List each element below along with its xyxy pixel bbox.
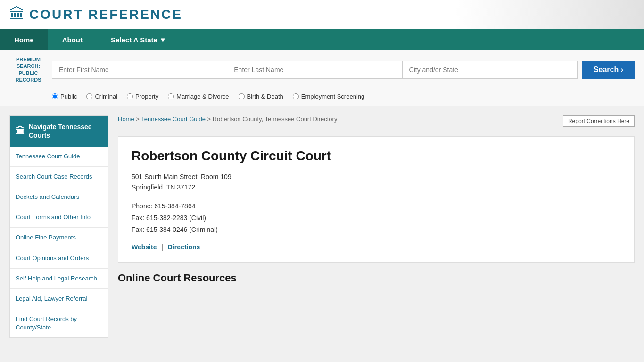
court-contact: Phone: 615-384-7864 Fax: 615-382-2283 (C… [132, 200, 621, 236]
radio-criminal[interactable]: Criminal [86, 93, 117, 100]
radio-property[interactable]: Property [127, 93, 158, 100]
sidebar-item-dockets[interactable]: Dockets and Calendars [10, 187, 108, 207]
nav-about[interactable]: About [48, 29, 97, 50]
court-directions-link[interactable]: Directions [168, 243, 200, 251]
sidebar-item-opinions[interactable]: Court Opinions and Orders [10, 248, 108, 269]
sidebar-item-online-fine[interactable]: Online Fine Payments [10, 228, 108, 248]
sidebar: 🏛 Navigate Tennessee Courts Tennessee Co… [9, 115, 108, 338]
search-button[interactable]: Search › [582, 61, 635, 79]
city-state-input[interactable] [402, 61, 578, 79]
sidebar-item-court-forms[interactable]: Court Forms and Other Info [10, 207, 108, 228]
sidebar-header: 🏛 Navigate Tennessee Courts [10, 116, 108, 146]
sidebar-item-legal-aid[interactable]: Legal Aid, Lawyer Referral [10, 289, 108, 309]
court-fax1: Fax: 615-382-2283 (Civil) [132, 212, 621, 224]
header: 🏛 COURT REFERENCE [0, 0, 644, 29]
logo[interactable]: 🏛 COURT REFERENCE [9, 6, 182, 23]
court-website-link[interactable]: Website [132, 243, 157, 251]
logo-icon: 🏛 [9, 6, 25, 23]
breadcrumb: Home > Tennessee Court Guide > Robertson… [118, 115, 635, 123]
nav-select-state[interactable]: Select A State ▼ [97, 29, 181, 50]
sidebar-item-tn-court-guide[interactable]: Tennessee Court Guide [10, 147, 108, 167]
court-card: Robertson County Circuit Court 501 South… [118, 136, 635, 263]
court-address-line2: Springfield, TN 37172 [132, 182, 621, 192]
search-inputs [52, 61, 578, 79]
court-address: 501 South Main Street, Room 109 Springfi… [132, 172, 621, 193]
sidebar-item-find-records[interactable]: Find Court Records by County/State [10, 309, 108, 337]
radio-birth-death[interactable]: Birth & Death [239, 93, 283, 100]
online-resources-title: Online Court Resources [118, 272, 635, 284]
court-address-line1: 501 South Main Street, Room 109 [132, 172, 621, 182]
breadcrumb-current: Robertson County, Tennessee Court Direct… [213, 115, 338, 123]
search-bar: PREMIUM SEARCH: PUBLIC RECORDS Search › [0, 50, 644, 89]
main-content: Report Corrections Here Home > Tennessee… [118, 115, 635, 338]
radio-public[interactable]: Public [52, 93, 77, 100]
search-radio-row: Public Criminal Property Marriage & Divo… [0, 89, 644, 106]
breadcrumb-guide[interactable]: Tennessee Court Guide [141, 115, 206, 123]
report-corrections-button[interactable]: Report Corrections Here [563, 115, 635, 127]
sidebar-item-search-records[interactable]: Search Court Case Records [10, 167, 108, 187]
link-separator: | [161, 243, 163, 251]
sidebar-item-self-help[interactable]: Self Help and Legal Research [10, 269, 108, 289]
nav-home[interactable]: Home [0, 29, 48, 50]
court-phone: Phone: 615-384-7864 [132, 200, 621, 212]
logo-text: COURT REFERENCE [29, 7, 182, 22]
sidebar-nav: 🏛 Navigate Tennessee Courts Tennessee Co… [9, 115, 108, 338]
court-links: Website | Directions [132, 243, 621, 251]
court-fax2: Fax: 615-384-0246 (Criminal) [132, 224, 621, 236]
online-resources-section: Online Court Resources [118, 272, 635, 284]
court-title: Robertson County Circuit Court [132, 148, 621, 164]
main-container: 🏛 Navigate Tennessee Courts Tennessee Co… [0, 106, 644, 347]
sidebar-header-icon: 🏛 [16, 125, 25, 137]
breadcrumb-home[interactable]: Home [118, 115, 134, 123]
last-name-input[interactable] [227, 61, 402, 79]
sidebar-header-label: Navigate Tennessee Courts [29, 123, 102, 140]
radio-marriage-divorce[interactable]: Marriage & Divorce [168, 93, 229, 100]
first-name-input[interactable] [52, 61, 227, 79]
premium-label: PREMIUM SEARCH: PUBLIC RECORDS [9, 56, 47, 83]
header-background [455, 0, 644, 29]
radio-employment[interactable]: Employment Screening [293, 93, 364, 100]
main-nav: Home About Select A State ▼ [0, 29, 644, 50]
